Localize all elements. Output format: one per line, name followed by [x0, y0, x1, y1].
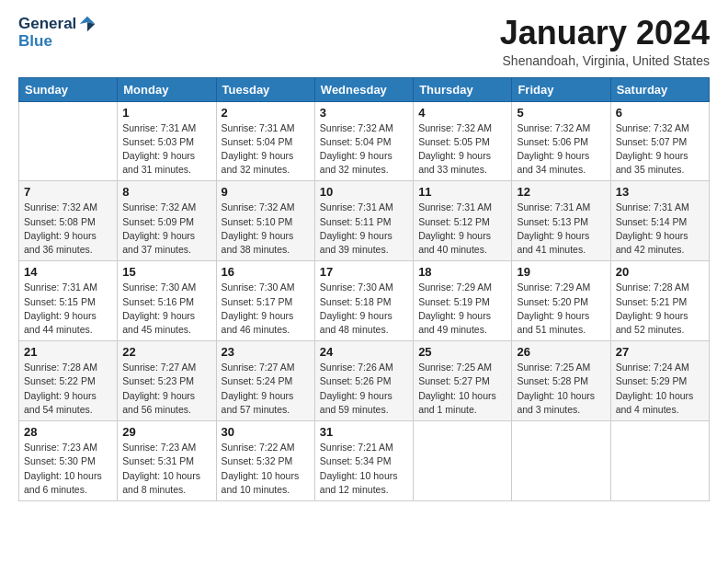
- day-info: Sunrise: 7:25 AMSunset: 5:28 PMDaylight:…: [517, 361, 605, 417]
- page-header: General Blue January 2024 Shenandoah, Vi…: [18, 15, 710, 68]
- day-number: 30: [222, 425, 310, 439]
- calendar-cell: 31 Sunrise: 7:21 AMSunset: 5:34 PMDaylig…: [314, 421, 413, 501]
- day-number: 17: [320, 265, 408, 279]
- day-number: 12: [517, 185, 605, 199]
- calendar-cell: 27 Sunrise: 7:24 AMSunset: 5:29 PMDaylig…: [610, 341, 709, 421]
- day-number: 21: [24, 345, 112, 359]
- calendar-table: SundayMondayTuesdayWednesdayThursdayFrid…: [18, 77, 710, 501]
- day-number: 27: [616, 345, 704, 359]
- day-info: Sunrise: 7:22 AMSunset: 5:32 PMDaylight:…: [222, 441, 310, 497]
- day-number: 9: [222, 185, 310, 199]
- day-number: 23: [222, 345, 310, 359]
- day-info: Sunrise: 7:23 AMSunset: 5:31 PMDaylight:…: [122, 441, 210, 497]
- day-number: 19: [517, 265, 605, 279]
- day-number: 3: [320, 106, 408, 120]
- calendar-week-row: 21 Sunrise: 7:28 AMSunset: 5:22 PMDaylig…: [19, 341, 710, 421]
- calendar-cell: 12 Sunrise: 7:31 AMSunset: 5:13 PMDaylig…: [512, 181, 610, 261]
- calendar-cell: 6 Sunrise: 7:32 AMSunset: 5:07 PMDayligh…: [610, 101, 709, 181]
- day-number: 5: [517, 106, 605, 120]
- calendar-cell: 15 Sunrise: 7:30 AMSunset: 5:16 PMDaylig…: [118, 261, 216, 341]
- calendar-cell: 16 Sunrise: 7:30 AMSunset: 5:17 PMDaylig…: [216, 261, 314, 341]
- day-header: Saturday: [610, 77, 709, 101]
- day-number: 31: [320, 425, 408, 439]
- calendar-cell: [414, 421, 512, 501]
- day-info: Sunrise: 7:31 AMSunset: 5:15 PMDaylight:…: [24, 281, 112, 337]
- day-number: 14: [24, 265, 112, 279]
- calendar-cell: 25 Sunrise: 7:25 AMSunset: 5:27 PMDaylig…: [414, 341, 512, 421]
- month-title: January 2024: [500, 15, 710, 52]
- day-number: 24: [320, 345, 408, 359]
- day-number: 8: [122, 185, 210, 199]
- day-info: Sunrise: 7:29 AMSunset: 5:20 PMDaylight:…: [517, 281, 605, 337]
- svg-marker-1: [87, 22, 95, 31]
- day-number: 16: [222, 265, 310, 279]
- day-number: 25: [418, 345, 506, 359]
- day-info: Sunrise: 7:28 AMSunset: 5:21 PMDaylight:…: [616, 281, 704, 337]
- day-info: Sunrise: 7:31 AMSunset: 5:04 PMDaylight:…: [222, 121, 310, 178]
- day-header: Thursday: [414, 77, 512, 101]
- calendar-cell: 30 Sunrise: 7:22 AMSunset: 5:32 PMDaylig…: [216, 421, 314, 501]
- day-header: Monday: [118, 77, 216, 101]
- calendar-cell: 11 Sunrise: 7:31 AMSunset: 5:12 PMDaylig…: [414, 181, 512, 261]
- calendar-cell: 26 Sunrise: 7:25 AMSunset: 5:28 PMDaylig…: [512, 341, 610, 421]
- calendar-cell: 20 Sunrise: 7:28 AMSunset: 5:21 PMDaylig…: [610, 261, 709, 341]
- day-info: Sunrise: 7:32 AMSunset: 5:08 PMDaylight:…: [24, 201, 112, 257]
- logo-general: General: [18, 16, 76, 33]
- day-number: 10: [320, 185, 408, 199]
- day-number: 15: [122, 265, 210, 279]
- calendar-cell: 24 Sunrise: 7:26 AMSunset: 5:26 PMDaylig…: [314, 341, 413, 421]
- day-info: Sunrise: 7:29 AMSunset: 5:19 PMDaylight:…: [418, 281, 506, 337]
- day-header: Friday: [512, 77, 610, 101]
- day-number: 2: [222, 106, 310, 120]
- logo-icon: [78, 15, 97, 33]
- calendar-cell: 23 Sunrise: 7:27 AMSunset: 5:24 PMDaylig…: [216, 341, 314, 421]
- calendar-cell: 7 Sunrise: 7:32 AMSunset: 5:08 PMDayligh…: [19, 181, 118, 261]
- calendar-cell: 3 Sunrise: 7:32 AMSunset: 5:04 PMDayligh…: [314, 101, 413, 181]
- day-info: Sunrise: 7:30 AMSunset: 5:16 PMDaylight:…: [122, 281, 210, 337]
- day-number: 1: [122, 106, 210, 120]
- day-info: Sunrise: 7:26 AMSunset: 5:26 PMDaylight:…: [320, 361, 408, 417]
- calendar-cell: 18 Sunrise: 7:29 AMSunset: 5:19 PMDaylig…: [414, 261, 512, 341]
- day-number: 29: [122, 425, 210, 439]
- day-number: 6: [616, 106, 704, 120]
- calendar-week-row: 28 Sunrise: 7:23 AMSunset: 5:30 PMDaylig…: [19, 421, 710, 501]
- calendar-cell: [19, 101, 118, 181]
- calendar-header-row: SundayMondayTuesdayWednesdayThursdayFrid…: [19, 77, 710, 101]
- day-info: Sunrise: 7:25 AMSunset: 5:27 PMDaylight:…: [418, 361, 506, 417]
- day-info: Sunrise: 7:31 AMSunset: 5:13 PMDaylight:…: [517, 201, 605, 257]
- day-info: Sunrise: 7:32 AMSunset: 5:06 PMDaylight:…: [517, 121, 605, 178]
- day-info: Sunrise: 7:21 AMSunset: 5:34 PMDaylight:…: [320, 441, 408, 497]
- day-info: Sunrise: 7:27 AMSunset: 5:24 PMDaylight:…: [222, 361, 310, 417]
- day-number: 4: [418, 106, 506, 120]
- day-header: Wednesday: [314, 77, 413, 101]
- day-info: Sunrise: 7:32 AMSunset: 5:04 PMDaylight:…: [320, 121, 408, 178]
- day-info: Sunrise: 7:23 AMSunset: 5:30 PMDaylight:…: [24, 441, 112, 497]
- day-info: Sunrise: 7:28 AMSunset: 5:22 PMDaylight:…: [24, 361, 112, 417]
- calendar-cell: 5 Sunrise: 7:32 AMSunset: 5:06 PMDayligh…: [512, 101, 610, 181]
- logo: General Blue: [18, 15, 97, 51]
- day-info: Sunrise: 7:30 AMSunset: 5:18 PMDaylight:…: [320, 281, 408, 337]
- day-info: Sunrise: 7:32 AMSunset: 5:10 PMDaylight:…: [222, 201, 310, 257]
- calendar-cell: 14 Sunrise: 7:31 AMSunset: 5:15 PMDaylig…: [19, 261, 118, 341]
- day-info: Sunrise: 7:24 AMSunset: 5:29 PMDaylight:…: [616, 361, 704, 417]
- day-info: Sunrise: 7:31 AMSunset: 5:14 PMDaylight:…: [616, 201, 704, 257]
- calendar-cell: 13 Sunrise: 7:31 AMSunset: 5:14 PMDaylig…: [610, 181, 709, 261]
- calendar-cell: 22 Sunrise: 7:27 AMSunset: 5:23 PMDaylig…: [118, 341, 216, 421]
- day-header: Tuesday: [216, 77, 314, 101]
- logo-blue: Blue: [18, 33, 52, 51]
- day-info: Sunrise: 7:32 AMSunset: 5:09 PMDaylight:…: [122, 201, 210, 257]
- day-info: Sunrise: 7:31 AMSunset: 5:03 PMDaylight:…: [122, 121, 210, 178]
- calendar-week-row: 14 Sunrise: 7:31 AMSunset: 5:15 PMDaylig…: [19, 261, 710, 341]
- day-info: Sunrise: 7:32 AMSunset: 5:05 PMDaylight:…: [418, 121, 506, 178]
- calendar-cell: 28 Sunrise: 7:23 AMSunset: 5:30 PMDaylig…: [19, 421, 118, 501]
- day-info: Sunrise: 7:32 AMSunset: 5:07 PMDaylight:…: [616, 121, 704, 178]
- calendar-cell: 4 Sunrise: 7:32 AMSunset: 5:05 PMDayligh…: [414, 101, 512, 181]
- day-number: 20: [616, 265, 704, 279]
- calendar-cell: 29 Sunrise: 7:23 AMSunset: 5:31 PMDaylig…: [118, 421, 216, 501]
- calendar-week-row: 1 Sunrise: 7:31 AMSunset: 5:03 PMDayligh…: [19, 101, 710, 181]
- day-number: 18: [418, 265, 506, 279]
- calendar-cell: 2 Sunrise: 7:31 AMSunset: 5:04 PMDayligh…: [216, 101, 314, 181]
- location: Shenandoah, Virginia, United States: [500, 53, 710, 68]
- day-number: 11: [418, 185, 506, 199]
- calendar-cell: 17 Sunrise: 7:30 AMSunset: 5:18 PMDaylig…: [314, 261, 413, 341]
